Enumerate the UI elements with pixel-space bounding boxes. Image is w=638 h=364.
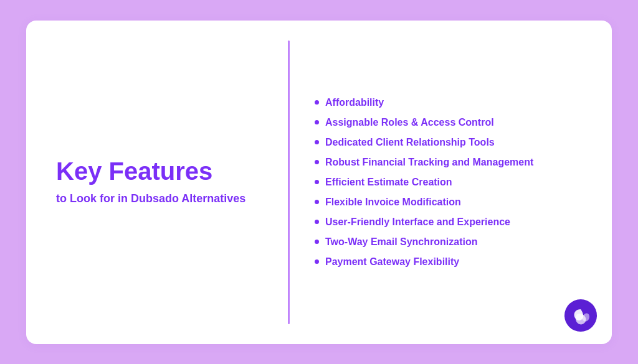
list-item-financial-tracking: Robust Financial Tracking and Management	[315, 157, 587, 168]
list-item-estimate-creation: Efficient Estimate Creation	[315, 177, 587, 188]
list-item-payment-gateway: Payment Gateway Flexibility	[315, 256, 587, 268]
list-item-assignable-roles: Assignable Roles & Access Control	[315, 117, 587, 128]
list-item-invoice-modification: Flexible Invoice Modification	[315, 197, 587, 208]
logo-icon	[564, 299, 597, 332]
bullet-icon	[315, 259, 319, 264]
bullet-icon	[315, 140, 319, 144]
key-features-title: Key Features	[56, 157, 258, 185]
feature-label: User-Friendly Interface and Experience	[325, 217, 510, 228]
list-item-client-tools: Dedicated Client Relationship Tools	[315, 137, 587, 148]
bullet-icon	[315, 120, 319, 124]
feature-label: Efficient Estimate Creation	[325, 177, 452, 188]
bullet-icon	[315, 240, 319, 244]
right-panel: AffordabilityAssignable Roles & Access C…	[290, 21, 612, 344]
bullet-icon	[315, 180, 319, 184]
feature-label: Payment Gateway Flexibility	[325, 256, 459, 268]
feature-label: Assignable Roles & Access Control	[325, 117, 494, 128]
features-list: AffordabilityAssignable Roles & Access C…	[315, 97, 587, 268]
feature-label: Affordability	[325, 97, 384, 108]
feature-label: Robust Financial Tracking and Management	[325, 157, 533, 168]
bullet-icon	[315, 220, 319, 224]
bullet-icon	[315, 200, 319, 204]
main-card: Key Features to Look for in Dubsado Alte…	[26, 21, 612, 344]
list-item-email-sync: Two-Way Email Synchronization	[315, 236, 587, 248]
list-item-user-friendly: User-Friendly Interface and Experience	[315, 217, 587, 228]
bullet-icon	[315, 100, 319, 105]
bullet-icon	[315, 160, 319, 164]
list-item-affordability: Affordability	[315, 97, 587, 108]
key-features-subtitle: to Look for in Dubsado Alternatives	[56, 191, 258, 207]
feature-label: Dedicated Client Relationship Tools	[325, 137, 495, 148]
feature-label: Two-Way Email Synchronization	[325, 236, 477, 248]
left-panel: Key Features to Look for in Dubsado Alte…	[26, 21, 288, 344]
feature-label: Flexible Invoice Modification	[325, 197, 461, 208]
